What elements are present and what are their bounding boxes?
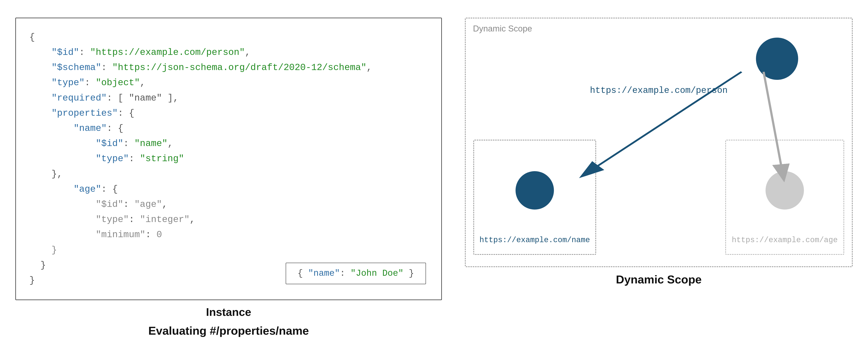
code-line-1: { — [29, 32, 35, 42]
code-box: { "$id": "https://example.com/person", "… — [16, 18, 442, 300]
close-root: } — [29, 275, 35, 286]
key-name-type: "type" — [63, 153, 129, 164]
url-bottom-left: https://example.com/name — [479, 236, 590, 244]
main-container: { "$id": "https://example.com/person", "… — [16, 18, 852, 337]
val-id: "https://example.com/person" — [90, 47, 245, 58]
inner-left-box: https://example.com/name — [473, 140, 596, 255]
circle-top — [756, 38, 798, 80]
key-name-id: "$id" — [63, 138, 123, 149]
val-required: [ "name" ] — [118, 93, 173, 103]
val-age-id: "age" — [134, 199, 162, 210]
key-age-min: "minimum" — [63, 230, 146, 240]
circle-bottom-left — [516, 171, 554, 210]
url-bottom-right: https://example.com/age — [732, 236, 838, 244]
key-age: "age" — [52, 184, 101, 195]
key-age-type: "type" — [63, 214, 129, 225]
val-name-open: { — [118, 123, 123, 134]
left-panel: { "$id": "https://example.com/person", "… — [16, 18, 442, 337]
key-properties: "properties" — [40, 108, 118, 118]
instance-key: "name" — [308, 268, 340, 278]
dynamic-scope-box: Dynamic Scope https://example.com/person… — [465, 18, 852, 267]
close-properties: } — [29, 260, 46, 270]
diagram: Dynamic Scope https://example.com/person… — [465, 18, 852, 267]
val-age-min: 0 — [157, 230, 162, 240]
instance-colon: : — [340, 268, 350, 278]
val-name-id: "name" — [134, 138, 167, 149]
right-caption: Dynamic Scope — [616, 273, 702, 286]
key-required: "required" — [40, 93, 107, 103]
val-type: "object" — [96, 78, 140, 88]
instance-val: "John Doe" — [350, 268, 403, 278]
close-age: } — [29, 245, 57, 255]
instance-brace-close: } — [403, 268, 414, 278]
key-type: "type" — [40, 78, 85, 88]
instance-brace-open: { — [298, 268, 308, 278]
url-top: https://example.com/person — [590, 86, 728, 95]
val-age-open: { — [112, 184, 118, 195]
right-panel: Dynamic Scope https://example.com/person… — [465, 18, 852, 286]
circle-bottom-right — [766, 171, 804, 210]
val-schema: "https://json-schema.org/draft/2020-12/s… — [112, 62, 367, 73]
val-properties-open: { — [129, 108, 134, 118]
val-age-type: "integer" — [140, 214, 190, 225]
close-name: }, — [29, 169, 63, 179]
key-schema: "$schema" — [40, 62, 101, 73]
val-name-type: "string" — [140, 153, 184, 164]
instance-box: { "name": "John Doe" } — [286, 263, 426, 284]
key-id: "$id" — [40, 47, 79, 58]
left-caption: Evaluating #/properties/name — [148, 324, 309, 337]
inner-right-box: https://example.com/age — [725, 140, 844, 255]
dynamic-scope-label: Dynamic Scope — [473, 24, 532, 33]
key-name: "name" — [52, 123, 107, 134]
instance-label: Instance — [206, 305, 251, 318]
key-age-id: "$id" — [63, 199, 123, 210]
code-block: { "$id": "https://example.com/person", "… — [29, 30, 428, 288]
